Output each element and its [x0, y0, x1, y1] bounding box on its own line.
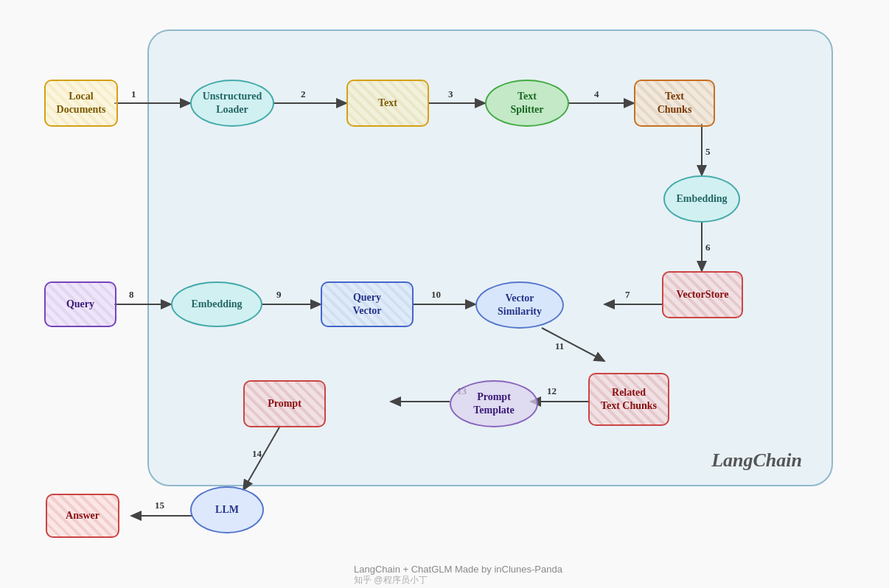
node-query: Query: [44, 281, 116, 327]
arrow-label-1: 1: [131, 88, 136, 100]
node-embedding-top: Embedding: [663, 175, 740, 223]
arrow-label-6: 6: [705, 242, 711, 253]
arrow-label-9: 9: [276, 289, 282, 301]
node-text-chunks: Text Chunks: [634, 80, 715, 127]
node-prompt-template: Prompt Template: [450, 380, 538, 427]
node-text-splitter: Text Splitter: [485, 80, 569, 127]
watermark: LangChain + ChatGLM Made by inClunes-Pan…: [354, 564, 562, 575]
watermark2: 知乎 @程序员小丁: [354, 574, 428, 587]
arrow-label-4: 4: [594, 88, 599, 100]
node-prompt: Prompt: [243, 380, 326, 427]
arrow-label-15: 15: [155, 500, 164, 511]
node-vector-store: VectorStore: [662, 271, 743, 318]
arrow-label-11: 11: [555, 340, 564, 352]
node-embedding-mid: Embedding: [171, 281, 262, 327]
arrow-label-7: 7: [625, 289, 630, 301]
node-llm: LLM: [190, 486, 264, 533]
arrow-label-2: 2: [301, 88, 306, 100]
node-local-documents: Local Documents: [44, 80, 118, 127]
arrow-label-5: 5: [705, 146, 711, 158]
node-unstructured-loader: Unstructured Loader: [190, 80, 274, 127]
diagram-container: LangChain: [0, 0, 889, 588]
arrow-label-8: 8: [129, 289, 134, 301]
langchain-label: LangChain: [711, 449, 802, 472]
node-text: Text: [346, 80, 429, 127]
arrow-label-3: 3: [448, 88, 453, 100]
arrow-label-10: 10: [431, 289, 441, 301]
arrow-label-12: 12: [547, 385, 557, 397]
node-related-text-chunks: Related Text Chunks: [588, 373, 669, 426]
node-vector-similarity: Vector Similarity: [475, 281, 564, 329]
node-query-vector: Query Vector: [321, 281, 414, 327]
node-answer: Answer: [46, 494, 119, 538]
arrow-label-14: 14: [252, 448, 262, 460]
